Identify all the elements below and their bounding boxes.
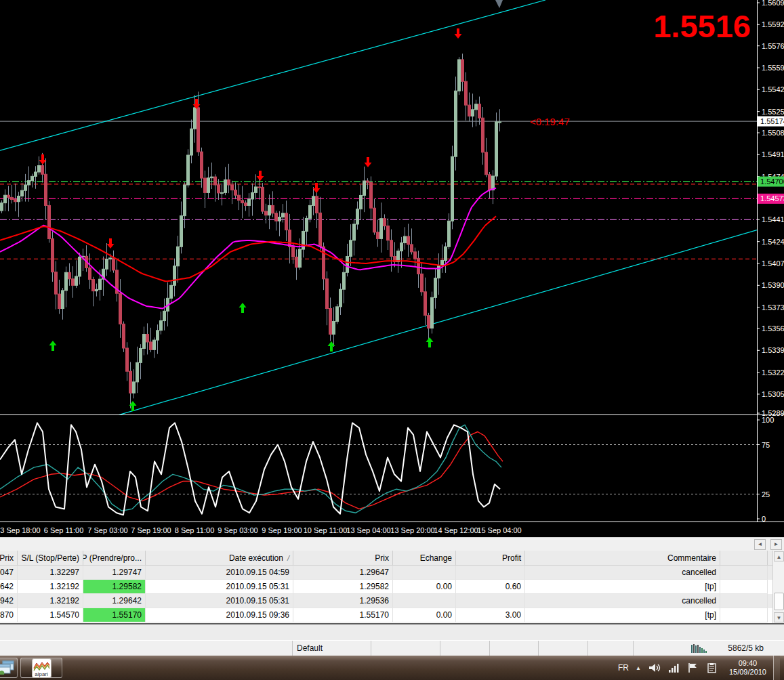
status-cell-empty [440, 641, 490, 656]
taskbar-app-button[interactable] [0, 658, 18, 678]
price-tick-label: 1.53395 [762, 346, 784, 354]
table-header-row: PrixS/L (Stop/Perte)T/P (Prendre/pro...D… [0, 551, 784, 566]
show-hidden-icons-button[interactable]: ▲ [636, 665, 641, 671]
order-cell: 1.29647 [293, 566, 393, 580]
price-tick-label: 1.55925 [762, 20, 784, 28]
chart-horizontal-scrollbar[interactable]: ◄ ► [0, 537, 784, 551]
column-header[interactable]: S/L (Stop/Perte) [18, 551, 83, 565]
sort-ascending-icon: / [287, 554, 289, 562]
order-row[interactable]: 296421.321921.295822010.09.15 05:311.295… [0, 580, 784, 594]
order-row[interactable]: 300471.322971.297472010.09.15 04:591.296… [0, 566, 784, 580]
scroll-up-button[interactable]: ▲ [774, 551, 784, 561]
order-cell: 0.00 [393, 608, 456, 622]
safely-remove-icon[interactable] [706, 662, 718, 673]
order-cell: 29942 [0, 594, 18, 608]
time-tick-label: 13 Sep 20:00 [390, 526, 434, 534]
order-cell: 30047 [0, 566, 18, 580]
time-tick-label: 15 Sep 04:00 [477, 526, 521, 534]
taskbar-alpari-button[interactable]: alpari [20, 658, 62, 678]
order-cell: 1.29536 [293, 594, 393, 608]
time-tick-label: 7 Sep 19:00 [131, 526, 171, 534]
order-cell: 3.00 [456, 608, 525, 622]
column-header[interactable]: Profit [456, 551, 525, 565]
scroll-right-button[interactable]: ► [770, 539, 782, 550]
column-header[interactable]: Echange [393, 551, 456, 565]
price-tick-label: 1.55420 [762, 85, 784, 93]
order-cell: [tp] [525, 580, 720, 594]
network-signal-icon[interactable] [668, 662, 680, 673]
orders-history-table: PrixS/L (Stop/Perte)T/P (Prendre/pro...D… [0, 551, 784, 624]
clock-date: 15/09/2010 [729, 668, 766, 677]
order-cell: 1.32297 [18, 566, 83, 580]
order-row[interactable]: 299421.321921.296422010.09.15 05:311.295… [0, 594, 784, 608]
language-indicator[interactable]: FR [618, 663, 629, 673]
status-cell-empty [490, 641, 539, 656]
windows-taskbar: alpari FR ▲ [0, 656, 784, 680]
order-cell: 1.29582 [83, 580, 146, 594]
column-header[interactable]: Date exécution/ [146, 551, 293, 565]
order-cell: 2010.09.15 04:59 [146, 566, 293, 580]
order-cell: 1.32192 [18, 580, 83, 594]
status-connection-cell: 5862/5 kb [634, 641, 784, 656]
price-tick-label: 1.54240 [762, 238, 784, 246]
order-cell: [tp] [525, 608, 720, 622]
scrollbar-thumb[interactable] [774, 593, 784, 610]
price-tick-label: 1.54410 [762, 215, 784, 224]
system-tray: FR ▲ 09:40 15/09 [618, 656, 784, 680]
order-row[interactable]: 548701.545701.551702010.09.15 09:361.551… [0, 608, 784, 622]
alpari-logo-icon: alpari [32, 658, 51, 678]
chart-background [0, 0, 784, 537]
time-tick-label: 10 Sep 11:00 [304, 526, 348, 534]
scroll-down-button[interactable]: ▼ [774, 612, 784, 622]
big-bid-price: 1.5516 [653, 8, 751, 44]
volume-icon[interactable] [648, 662, 661, 673]
oscillator-tick-label: 25 [762, 490, 770, 498]
order-cell [456, 594, 525, 608]
table-vertical-scrollbar[interactable]: ▲ ▼ [772, 551, 784, 623]
status-cell-empty [0, 641, 293, 656]
column-header[interactable]: T/P (Prendre/pro... [83, 551, 146, 565]
price-tick-label: 1.53565 [762, 324, 784, 333]
connection-bars-icon [691, 643, 709, 653]
order-cell: 2010.09.15 05:31 [146, 594, 293, 608]
action-center-flag-icon[interactable] [687, 662, 699, 673]
svg-text:1.55174: 1.55174 [760, 117, 784, 125]
alpari-label: alpari [35, 671, 48, 677]
time-tick-label: 9 Sep 19:00 [262, 526, 302, 534]
price-tick-label: 1.54070 [762, 259, 784, 268]
metatrader-window: <0:19:471.55161.560951.559251.557601.555… [0, 0, 784, 680]
time-tick-label: 13 Sep 04:00 [346, 526, 390, 534]
price-tick-label: 1.56095 [762, 0, 784, 7]
taskbar-clock[interactable]: 09:40 15/09/2010 [729, 659, 766, 677]
price-tick-label: 1.55760 [762, 42, 784, 50]
show-desktop-button[interactable] [773, 656, 780, 680]
order-cell: cancelled [525, 566, 720, 580]
status-cell-empty [539, 641, 588, 656]
price-chart[interactable]: <0:19:471.55161.560951.559251.557601.555… [0, 0, 784, 537]
time-tick-label: 9 Sep 03:00 [218, 526, 257, 534]
order-cell: 54870 [0, 608, 18, 622]
order-cell: 1.54570 [18, 608, 83, 622]
column-header[interactable]: Prix [0, 551, 18, 565]
status-profile-cell[interactable]: Default [293, 641, 371, 656]
price-tick-label: 1.55250 [762, 108, 784, 116]
order-cell [393, 566, 456, 580]
clock-time: 09:40 [729, 659, 766, 668]
column-header[interactable]: Prix [293, 551, 393, 565]
scroll-left-button[interactable]: ◄ [754, 539, 766, 550]
price-tick-label: 1.53225 [762, 368, 784, 377]
order-cell: 1.55170 [83, 608, 146, 622]
traffic-label: 5862/5 kb [728, 643, 764, 653]
order-cell [393, 594, 456, 608]
order-cell: 2010.09.15 05:31 [146, 580, 293, 594]
window-gap-strip [0, 624, 784, 640]
price-tick-label: 1.54915 [762, 150, 784, 158]
candle-countdown-timer: <0:19:47 [530, 116, 570, 127]
order-cell [720, 608, 768, 622]
order-cell: 1.29747 [83, 566, 146, 580]
column-header-empty [720, 551, 768, 565]
column-header[interactable]: Commentaire [525, 551, 720, 565]
oscillator-tick-label: 75 [762, 441, 770, 449]
order-cell [720, 566, 768, 580]
time-tick-label: 14 Sep 12:00 [434, 526, 478, 534]
